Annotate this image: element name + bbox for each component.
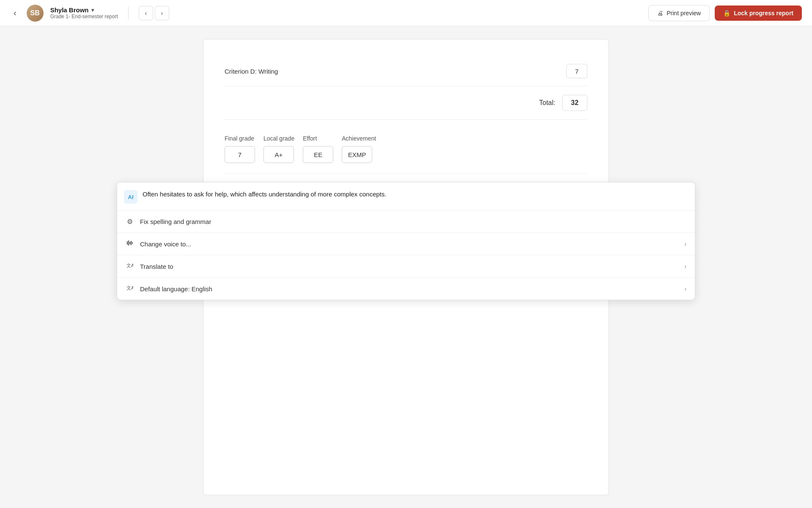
avatar: SB [27, 5, 44, 22]
default-language-item[interactable]: 文A Default language: English › [117, 278, 695, 300]
svg-rect-0 [127, 241, 128, 245]
ai-suggestion-text: Often hesitates to ask for help, which a… [143, 189, 387, 199]
local-grade-value: A+ [263, 146, 294, 163]
fix-spelling-item[interactable]: ⚙ Fix spelling and grammar [117, 211, 695, 233]
total-row: Total: 32 [225, 86, 587, 120]
criterion-row: Criterion D: Writing 7 [225, 56, 587, 86]
effort-value: EE [303, 146, 333, 163]
svg-rect-1 [128, 240, 129, 246]
user-subtitle: Grade 1- End-semester report [50, 14, 118, 19]
svg-rect-4 [132, 242, 133, 244]
nav-arrows: ‹ › [139, 6, 169, 20]
final-grade-label: Final grade [225, 135, 255, 142]
svg-text:文A: 文A [126, 285, 133, 290]
nav-prev-button[interactable]: ‹ [139, 6, 153, 20]
local-grade-item: Local grade A+ [263, 135, 294, 163]
user-info: Shyla Brown ▾ Grade 1- End-semester repo… [50, 6, 118, 19]
user-name: Shyla Brown ▾ [50, 6, 118, 14]
criterion-score: 7 [566, 64, 587, 78]
default-language-icon: 文A [126, 284, 134, 293]
local-grade-label: Local grade [263, 135, 294, 142]
header-right: 🖨 Print preview 🔒 Lock progress report [648, 5, 802, 21]
lock-report-button[interactable]: 🔒 Lock progress report [715, 6, 802, 21]
effort-label: Effort [303, 135, 333, 142]
translate-icon: 文A [126, 262, 134, 271]
default-language-label: Default language: English [140, 285, 212, 293]
change-voice-item[interactable]: Change voice to... › [117, 233, 695, 255]
avatar-image: SB [27, 5, 44, 22]
header-divider [128, 7, 129, 19]
grades-row: Final grade 7 Local grade A+ Effort EE A… [225, 135, 587, 163]
translate-item[interactable]: 文A Translate to › [117, 255, 695, 278]
print-icon: 🖨 [657, 10, 663, 17]
svg-rect-2 [129, 242, 130, 244]
user-dropdown-arrow[interactable]: ▾ [91, 7, 94, 13]
ai-dropdown: AI Often hesitates to ask for help, whic… [117, 182, 695, 300]
grades-section: Final grade 7 Local grade A+ Effort EE A… [225, 120, 587, 174]
ai-suggestion-box: AI Often hesitates to ask for help, whic… [117, 182, 695, 211]
total-label: Total: [539, 99, 555, 107]
print-preview-button[interactable]: 🖨 Print preview [648, 5, 710, 21]
lock-icon: 🔒 [723, 10, 730, 17]
final-grade-item: Final grade 7 [225, 135, 255, 163]
svg-rect-3 [131, 241, 132, 245]
fix-spelling-label: Fix spelling and grammar [140, 218, 211, 225]
back-button[interactable]: ‹ [10, 6, 20, 19]
change-voice-label: Change voice to... [140, 240, 191, 248]
criterion-label: Criterion D: Writing [225, 68, 278, 75]
change-voice-icon [126, 240, 134, 248]
effort-item: Effort EE [303, 135, 333, 163]
default-language-arrow: › [684, 285, 686, 292]
total-value: 32 [562, 95, 587, 111]
achievement-value: EXMP [342, 146, 372, 163]
ai-badge: AI [124, 190, 137, 204]
header-left: ‹ SB Shyla Brown ▾ Grade 1- End-semester… [10, 5, 169, 22]
achievement-label: Achievement [342, 135, 376, 142]
achievement-item: Achievement EXMP [342, 135, 376, 163]
translate-arrow: › [684, 263, 686, 270]
header: ‹ SB Shyla Brown ▾ Grade 1- End-semester… [0, 0, 812, 26]
change-voice-arrow: › [684, 240, 686, 247]
final-grade-value: 7 [225, 146, 255, 163]
svg-text:文A: 文A [126, 263, 133, 268]
nav-next-button[interactable]: › [155, 6, 169, 20]
translate-label: Translate to [140, 263, 173, 270]
fix-spelling-icon: ⚙ [126, 218, 134, 226]
